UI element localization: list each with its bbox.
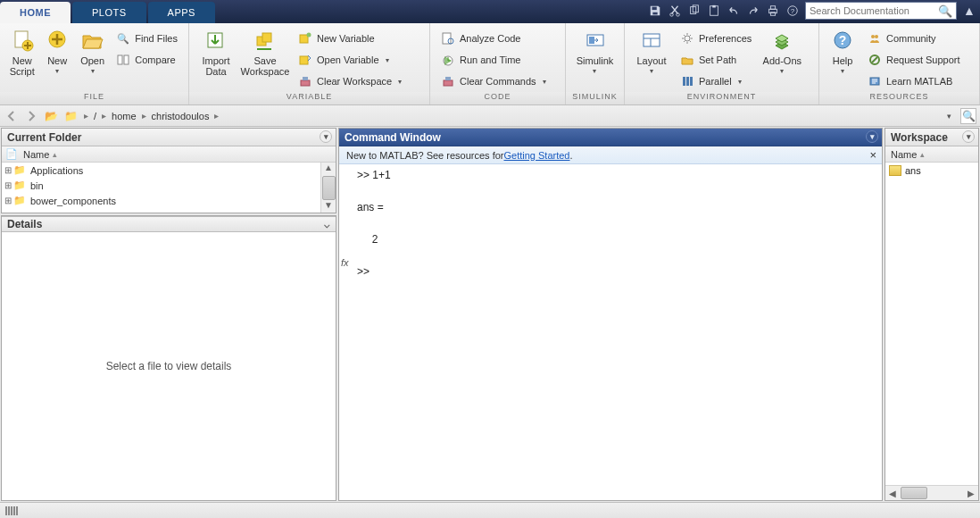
expand-icon[interactable]: ⊞ <box>4 180 12 190</box>
preferences-button[interactable]: Preferences <box>675 29 757 48</box>
help-qat-icon[interactable]: ? <box>785 4 800 18</box>
workspace-name-column[interactable]: Name▴ <box>885 146 978 163</box>
import-data-button[interactable]: ImportData <box>195 27 237 77</box>
panel-menu-icon[interactable]: ▾ <box>320 130 332 143</box>
learn-matlab-button[interactable]: Learn MATLAB <box>862 71 966 91</box>
group-simulink-label: SIMULINK <box>566 92 624 104</box>
expand-icon[interactable]: ⊞ <box>4 165 12 175</box>
sort-asc-icon: ▴ <box>53 150 57 159</box>
scroll-down-icon[interactable]: ▼ <box>324 200 333 213</box>
open-button[interactable]: Open <box>76 27 109 77</box>
scroll-left-icon[interactable]: ◀ <box>885 489 900 498</box>
new-script-button[interactable]: NewScript <box>5 27 38 77</box>
close-banner-icon[interactable]: × <box>869 148 876 162</box>
clear-workspace-label: Clear Workspace <box>317 76 392 87</box>
breadcrumb-home[interactable]: home <box>112 111 137 121</box>
redo-icon[interactable] <box>746 4 760 18</box>
clear-commands-button[interactable]: Clear Commands▾ <box>436 71 552 91</box>
print-icon[interactable] <box>766 4 780 18</box>
search-icon[interactable]: 🔍 <box>938 4 952 18</box>
workspace-variable-row[interactable]: ans <box>885 163 978 178</box>
parallel-button[interactable]: Parallel▾ <box>675 71 757 91</box>
file-name: Applications <box>30 165 83 176</box>
search-input[interactable] <box>810 5 938 16</box>
folder-icon: 📁 <box>12 164 27 176</box>
save-icon[interactable] <box>648 4 662 18</box>
addons-button[interactable]: Add-Ons <box>759 27 805 77</box>
group-variable-label: VARIABLE <box>189 92 429 104</box>
file-tree-row[interactable]: ⊞📁Applications <box>2 163 336 178</box>
dropdown-icon: ▾ <box>386 56 389 64</box>
svg-rect-20 <box>262 33 271 42</box>
panel-menu-icon[interactable]: ▾ <box>962 130 975 143</box>
file-tree-row[interactable]: ⊞📁bin <box>2 178 336 193</box>
svg-rect-17 <box>124 55 129 64</box>
tab-home[interactable]: HOME <box>0 2 71 23</box>
clear-workspace-icon <box>298 74 312 88</box>
scroll-thumb[interactable] <box>322 176 336 200</box>
request-support-button[interactable]: Request Support <box>862 50 966 70</box>
command-window-body[interactable]: fx>> 1+1ans = 2>> <box>339 164 882 500</box>
scroll-up-icon[interactable]: ▲ <box>324 163 333 175</box>
find-files-button[interactable]: 🔍Find Files <box>111 29 183 48</box>
new-plus-icon <box>45 29 70 54</box>
back-icon[interactable] <box>4 108 20 124</box>
cut-icon[interactable] <box>668 4 682 18</box>
tab-apps[interactable]: APPS <box>148 2 215 23</box>
breadcrumb-dropdown-icon[interactable]: ▾ <box>941 108 957 124</box>
analyze-code-icon <box>441 31 455 46</box>
community-button[interactable]: Community <box>862 29 966 48</box>
copy-icon[interactable] <box>687 4 702 18</box>
main-layout: Current Folder▾ 📄Name▴ ⊞📁Applications ⊞📁… <box>0 127 980 502</box>
dropdown-icon: ▾ <box>738 78 742 86</box>
run-time-icon <box>441 53 455 67</box>
group-resources-label: RESOURCES <box>819 92 979 104</box>
vertical-scrollbar[interactable]: ▲▼ <box>320 163 336 213</box>
getting-started-link[interactable]: Getting Started <box>503 150 569 161</box>
fx-prompt-icon[interactable]: fx <box>341 255 349 271</box>
current-folder-title[interactable]: Current Folder▾ <box>2 129 336 146</box>
scroll-thumb[interactable] <box>901 487 927 499</box>
browse-folder-icon[interactable]: 📁 <box>62 108 79 124</box>
tab-strip: HOME PLOTS APPS ? 🔍 ▲ <box>0 0 980 23</box>
compare-button[interactable]: Compare <box>111 50 183 70</box>
file-tree-row[interactable]: ⊞📁bower_components <box>2 193 336 208</box>
quick-access-toolbar: ? 🔍 ▲ <box>648 2 976 20</box>
status-bar <box>0 502 980 518</box>
up-folder-icon[interactable]: 📂 <box>43 108 59 124</box>
svg-rect-1 <box>652 13 657 15</box>
save-workspace-button[interactable]: SaveWorkspace <box>239 27 291 77</box>
workspace-title[interactable]: Workspace▾ <box>885 129 978 146</box>
expand-icon[interactable]: ⊞ <box>4 196 12 205</box>
find-files-icon: 🔍 <box>116 31 130 46</box>
analyze-code-button[interactable]: Analyze Code <box>436 29 552 48</box>
file-tree: ⊞📁Applications ⊞📁bin ⊞📁bower_components … <box>2 163 336 213</box>
open-variable-button[interactable]: Open Variable▾ <box>293 50 407 70</box>
file-name: bower_components <box>30 196 116 206</box>
chevron-down-icon[interactable]: ⌵ <box>324 219 330 230</box>
clear-workspace-button[interactable]: Clear Workspace▾ <box>293 71 407 91</box>
scroll-right-icon[interactable]: ▶ <box>964 489 978 498</box>
command-window-title[interactable]: Command Window▾ <box>339 129 882 146</box>
tab-plots[interactable]: PLOTS <box>72 2 146 23</box>
paste-icon[interactable] <box>707 4 721 18</box>
search-folder-icon[interactable]: 🔍 <box>960 108 976 124</box>
svg-rect-24 <box>301 80 310 86</box>
forward-icon[interactable] <box>23 108 39 124</box>
horizontal-scrollbar[interactable]: ◀▶ <box>885 485 978 500</box>
set-path-button[interactable]: Set Path <box>675 50 757 70</box>
new-button[interactable]: New <box>40 27 73 77</box>
breadcrumb-root[interactable]: / <box>94 111 96 121</box>
run-and-time-button[interactable]: Run and Time <box>436 50 552 70</box>
help-button[interactable]: ? Help <box>825 27 860 77</box>
new-variable-button[interactable]: New Variable <box>293 29 407 48</box>
breadcrumb-user[interactable]: christodoulos <box>152 111 210 121</box>
undo-icon[interactable] <box>727 4 741 18</box>
minimize-toolstrip-icon[interactable]: ▲ <box>962 4 976 18</box>
name-column-header[interactable]: 📄Name▴ <box>2 146 336 163</box>
details-title[interactable]: Details⌵ <box>2 216 336 232</box>
panel-menu-icon[interactable]: ▾ <box>866 130 878 143</box>
simulink-button[interactable]: Simulink <box>571 27 619 77</box>
search-documentation[interactable]: 🔍 <box>805 2 957 20</box>
layout-button[interactable]: Layout <box>630 27 673 77</box>
